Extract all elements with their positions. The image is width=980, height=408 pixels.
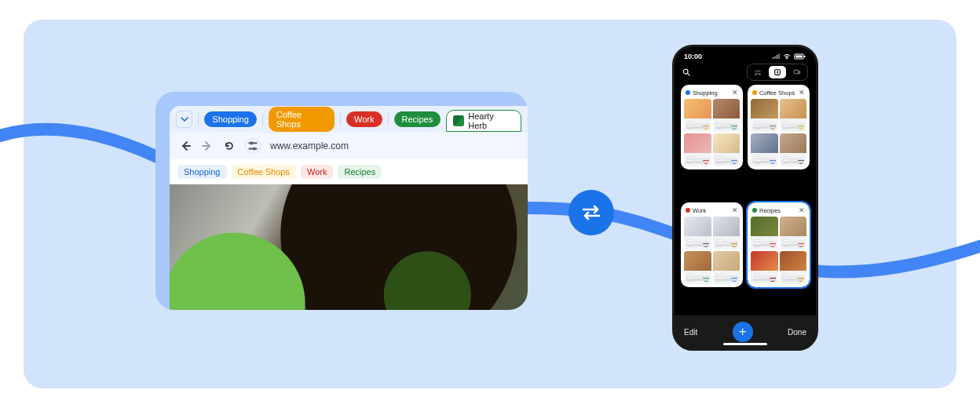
group-dot-icon [686, 208, 690, 213]
svg-point-5 [683, 69, 688, 74]
forward-icon[interactable] [201, 140, 214, 152]
svg-rect-9 [799, 71, 800, 74]
page-content-image [170, 184, 528, 310]
bookmark-shopping[interactable]: Shopping [177, 165, 227, 179]
group-dot-icon [686, 90, 690, 95]
close-group-icon[interactable]: ✕ [799, 206, 805, 214]
svg-rect-4 [795, 56, 803, 58]
tab-group-shopping[interactable]: Shopping [204, 111, 257, 127]
group-card-recipes[interactable]: Recipes✕ [748, 202, 810, 287]
bookmark-coffee-shops[interactable]: Coffee Shops [232, 165, 296, 179]
bookmark-recipes[interactable]: Recipes [338, 165, 382, 179]
phone-top-controls: 4 [675, 63, 816, 85]
tab-group-recipes[interactable]: Recipes [394, 111, 441, 127]
group-dot-icon [752, 90, 757, 95]
done-button[interactable]: Done [788, 328, 806, 337]
svg-rect-8 [794, 71, 799, 74]
phone-device: 10:00 4 Shopping✕ Coffee Shops✕ Work✕ Re… [672, 45, 818, 351]
bookmarks-bar: Shopping Coffee Shops Work Recipes [170, 159, 528, 184]
group-label: Work [693, 207, 706, 214]
desktop-browser-card: Shopping Coffee Shops Work Recipes Heart… [155, 92, 528, 310]
signal-icon [772, 53, 780, 60]
divider [388, 113, 389, 126]
browser-toolbar: www.example.com [170, 133, 528, 159]
segment-devices[interactable] [788, 66, 806, 78]
group-card-work[interactable]: Work✕ [681, 202, 743, 287]
close-group-icon[interactable]: ✕ [799, 89, 805, 97]
reload-icon[interactable] [223, 140, 236, 152]
site-settings-icon[interactable] [245, 138, 261, 154]
close-group-icon[interactable]: ✕ [732, 206, 738, 214]
search-icon[interactable] [682, 65, 690, 79]
group-label: Coffee Shops [759, 89, 795, 97]
swap-arrows-icon [578, 199, 605, 226]
home-indicator[interactable] [723, 343, 767, 345]
status-time: 10:00 [684, 53, 702, 60]
status-bar: 10:00 [675, 47, 816, 63]
divider [340, 113, 341, 126]
new-tab-button[interactable]: + [733, 322, 753, 342]
divider [262, 113, 263, 126]
group-card-shopping[interactable]: Shopping✕ [681, 85, 743, 169]
group-label: Recipes [759, 207, 781, 214]
back-icon[interactable] [179, 140, 192, 152]
browser-window: Shopping Coffee Shops Work Recipes Heart… [170, 106, 528, 310]
tab-group-work[interactable]: Work [346, 111, 382, 127]
segment-incognito[interactable] [749, 66, 766, 78]
wifi-icon [782, 53, 792, 60]
segment-tabs[interactable]: 4 [769, 66, 786, 78]
address-bar-url[interactable]: www.example.com [270, 140, 349, 151]
battery-icon [794, 53, 806, 60]
view-segmented-control: 4 [747, 64, 808, 81]
active-tab-label: Hearty Herb [468, 111, 513, 130]
status-icons [772, 53, 806, 60]
group-dot-icon [752, 208, 757, 213]
tab-groups-grid: Shopping✕ Coffee Shops✕ Work✕ Recipes✕ [675, 85, 816, 315]
group-card-coffee-shops[interactable]: Coffee Shops✕ [748, 85, 810, 169]
tab-group-coffee-shops[interactable]: Coffee Shops [269, 107, 335, 132]
bookmark-work[interactable]: Work [301, 165, 333, 179]
tab-strip: Shopping Coffee Shops Work Recipes Heart… [170, 106, 528, 133]
divider [198, 113, 199, 126]
tab-list-chevron-down-icon[interactable] [176, 111, 192, 128]
favicon-icon [453, 115, 464, 126]
active-tab[interactable]: Hearty Herb [446, 110, 521, 132]
svg-point-0 [250, 141, 253, 144]
sync-badge [569, 190, 614, 235]
edit-button[interactable]: Edit [684, 328, 697, 337]
close-group-icon[interactable]: ✕ [732, 89, 738, 97]
svg-point-1 [253, 147, 256, 150]
svg-rect-3 [804, 56, 806, 57]
svg-text:4: 4 [777, 70, 779, 75]
group-label: Shopping [693, 89, 718, 97]
